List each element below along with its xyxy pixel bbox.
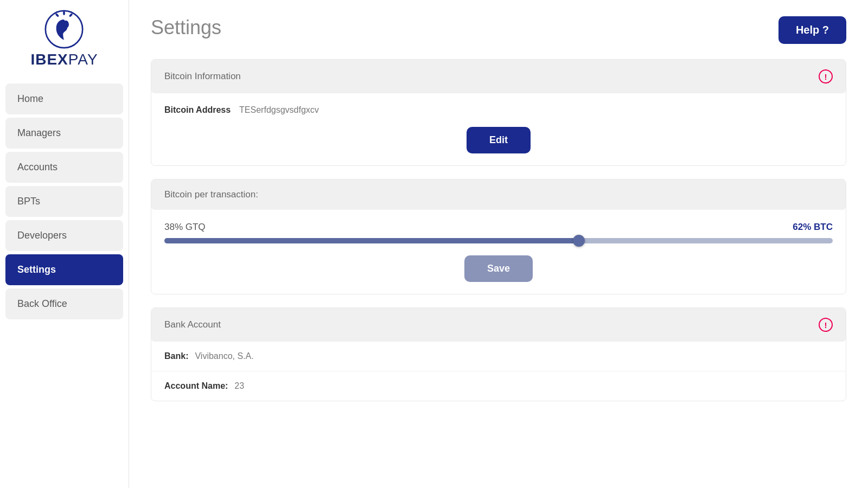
bitcoin-address-value: TESerfdgsgvsdfgxcv (239, 105, 319, 115)
bitcoin-info-icon: ! (819, 69, 833, 84)
logo: IBEXPAY (30, 10, 98, 68)
slider-left-label: 38% GTQ (164, 222, 206, 233)
bpt-header-title: Bitcoin per transaction: (164, 189, 258, 200)
svg-rect-1 (63, 11, 66, 15)
bank-label: Bank: (164, 351, 188, 361)
account-name-row: Account Name: 23 (151, 371, 846, 401)
slider-thumb[interactable] (573, 235, 585, 247)
bitcoin-address-label: Bitcoin Address (164, 105, 231, 115)
sidebar-item-bpts[interactable]: BPTs (5, 186, 123, 217)
slider-labels: 38% GTQ 62% BTC (151, 210, 846, 238)
sidebar-item-settings[interactable]: Settings (5, 254, 123, 285)
sidebar: IBEXPAY Home Managers Accounts BPTs Deve… (0, 0, 129, 488)
slider-track[interactable] (164, 238, 833, 243)
save-button[interactable]: Save (464, 255, 533, 282)
sidebar-item-accounts[interactable]: Accounts (5, 152, 123, 183)
nav-menu: Home Managers Accounts BPTs Developers S… (0, 84, 129, 322)
help-button[interactable]: Help ? (778, 16, 846, 44)
page-header: Settings Help ? (151, 16, 846, 44)
bitcoin-info-section: Bitcoin Information ! Bitcoin Address TE… (151, 59, 846, 166)
svg-point-4 (63, 21, 69, 28)
sidebar-item-developers[interactable]: Developers (5, 220, 123, 251)
main-content: Settings Help ? Bitcoin Information ! Bi… (129, 0, 868, 488)
bank-info-icon: ! (819, 318, 833, 332)
sidebar-item-back-office[interactable]: Back Office (5, 288, 123, 319)
logo-icon (44, 10, 84, 49)
bpt-header: Bitcoin per transaction: (151, 179, 846, 210)
bank-value: Vivibanco, S.A. (195, 351, 253, 361)
bank-account-title: Bank Account (164, 319, 221, 330)
bank-account-header: Bank Account ! (151, 308, 846, 342)
edit-button[interactable]: Edit (467, 127, 531, 153)
slider-right-label: 62% BTC (793, 222, 833, 233)
bank-name-row: Bank: Vivibanco, S.A. (151, 342, 846, 371)
sidebar-item-managers[interactable]: Managers (5, 118, 123, 149)
bpt-section: Bitcoin per transaction: 38% GTQ 62% BTC… (151, 179, 846, 294)
account-name-label: Account Name: (164, 381, 228, 391)
svg-rect-3 (55, 13, 60, 17)
page-title: Settings (151, 16, 221, 39)
svg-rect-2 (69, 13, 73, 17)
slider-container (151, 238, 846, 255)
sidebar-item-home[interactable]: Home (5, 84, 123, 114)
account-name-value: 23 (234, 381, 244, 391)
bitcoin-info-title: Bitcoin Information (164, 71, 241, 82)
slider-fill (164, 238, 579, 243)
bitcoin-info-header: Bitcoin Information ! (151, 60, 846, 93)
bank-account-section: Bank Account ! Bank: Vivibanco, S.A. Acc… (151, 307, 846, 401)
bitcoin-address-row: Bitcoin Address TESerfdgsgvsdfgxcv (151, 93, 846, 127)
brand-name: IBEXPAY (30, 51, 98, 68)
